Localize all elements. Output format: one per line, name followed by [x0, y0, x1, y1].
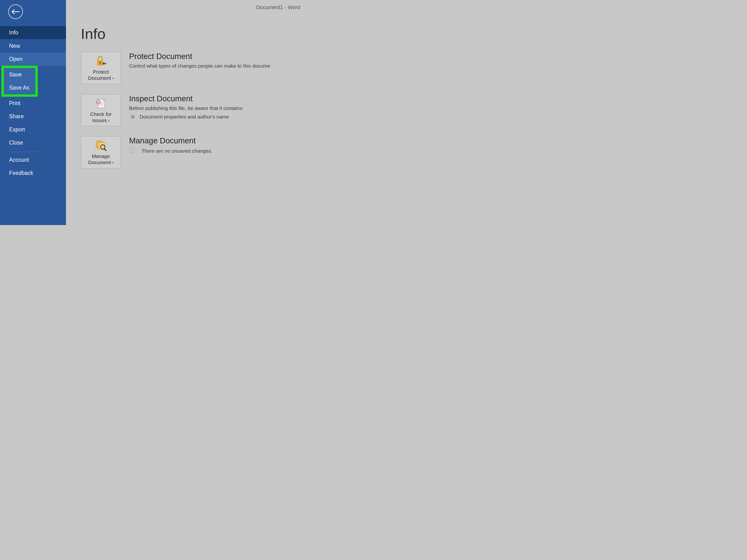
chevron-down-icon: ▾ [107, 119, 109, 122]
inspect-document-section: Check for Issues ▾ Inspect Document Befo… [81, 94, 300, 126]
sidebar-item-feedback[interactable]: Feedback [0, 166, 66, 180]
arrow-left-icon [11, 9, 20, 14]
backstage-main: Document1 - Word Info Prot [66, 0, 300, 225]
sidebar-divider [8, 152, 45, 152]
page-title: Info [81, 25, 300, 42]
manage-document-heading: Manage Document [129, 136, 300, 145]
svg-line-15 [104, 149, 106, 151]
document-stack-icon [129, 147, 136, 155]
chevron-down-icon: ▾ [111, 161, 113, 164]
back-button[interactable] [8, 4, 23, 19]
protect-document-desc: Control what types of changes people can… [129, 62, 300, 69]
backstage-sidebar: Info New Open Save Save As Print Share E… [0, 0, 66, 225]
manage-document-label: Manage Document ▾ [82, 153, 119, 166]
bullet-icon [131, 115, 134, 118]
sidebar-item-new[interactable]: New [0, 39, 66, 53]
protect-document-label: Protect Document ▾ [82, 69, 119, 81]
inspect-document-desc: Before publishing this file, be aware th… [129, 105, 300, 112]
check-for-issues-button[interactable]: Check for Issues ▾ [81, 94, 121, 126]
protect-document-heading: Protect Document [129, 52, 300, 61]
documents-magnifier-icon [82, 139, 119, 152]
chevron-down-icon: ▾ [111, 77, 113, 80]
window-title: Document1 - Word [66, 0, 300, 10]
svg-rect-16 [130, 148, 134, 152]
sidebar-item-close[interactable]: Close [0, 136, 66, 149]
manage-document-section: Manage Document ▾ Manage Document There … [81, 136, 300, 168]
svg-rect-2 [100, 62, 101, 64]
sidebar-item-info[interactable]: Info [0, 26, 66, 39]
svg-rect-5 [106, 63, 106, 64]
checklist-icon [82, 97, 119, 110]
sidebar-item-account[interactable]: Account [0, 153, 66, 166]
inspect-issue-item: Document properties and author's name [129, 114, 300, 120]
sidebar-item-save[interactable]: Save [4, 68, 35, 81]
lock-icon [82, 54, 119, 68]
svg-rect-17 [131, 149, 135, 153]
sidebar-item-share[interactable]: Share [0, 110, 66, 123]
sidebar-item-save-as[interactable]: Save As [4, 81, 35, 95]
manage-document-desc: There are no unsaved changes. [141, 148, 212, 154]
protect-document-section: Protect Document ▾ Protect Document Cont… [81, 52, 300, 84]
manage-document-button[interactable]: Manage Document ▾ [81, 136, 121, 168]
tutorial-highlight: Save Save As [1, 66, 38, 97]
check-for-issues-label: Check for Issues ▾ [82, 111, 119, 124]
sidebar-item-export[interactable]: Export [0, 123, 66, 136]
inspect-document-heading: Inspect Document [129, 94, 300, 103]
protect-document-button[interactable]: Protect Document ▾ [81, 52, 121, 84]
sidebar-item-open[interactable]: Open [0, 53, 66, 66]
sidebar-item-print[interactable]: Print [0, 97, 66, 110]
